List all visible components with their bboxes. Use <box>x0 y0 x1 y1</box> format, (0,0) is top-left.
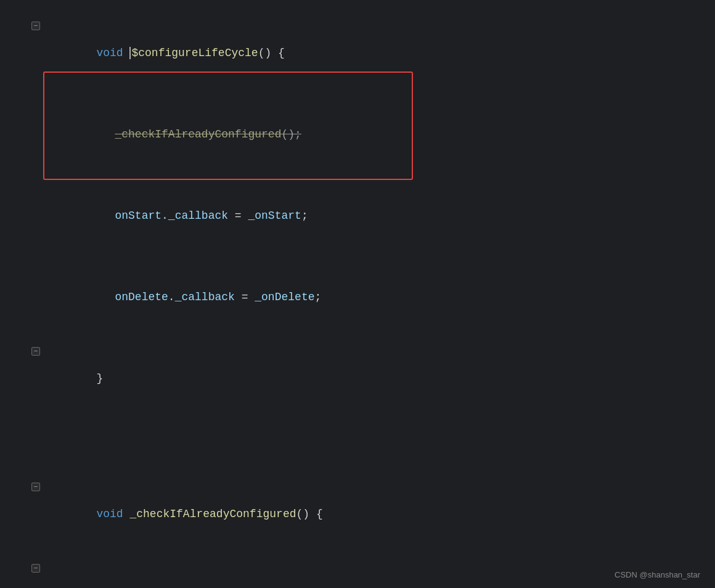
paren: () { <box>258 47 285 59</box>
param: _onDelete <box>255 291 314 303</box>
line-gutter <box>6 256 40 284</box>
code-content: void $configureLifeCycle() { _checkIfAlr… <box>0 12 715 588</box>
line-text: onStart._callback = _onStart; <box>43 175 715 256</box>
line-text: } <box>43 338 715 419</box>
function-name: $configureLifeCycle <box>131 47 258 59</box>
function-name: _checkIfAlreadyConfigured <box>129 508 296 520</box>
semi: ; <box>314 291 321 303</box>
fold-button[interactable] <box>31 22 40 30</box>
watermark: CSDN @shanshan_star <box>615 570 700 579</box>
fold-button[interactable] <box>31 564 40 573</box>
param: _onStart <box>248 210 301 222</box>
line-text: onDelete._callback = _onDelete; <box>43 256 715 338</box>
blank-line <box>43 446 715 473</box>
brace: } <box>96 372 103 385</box>
code-line: void $configureLifeCycle() { <box>43 12 715 94</box>
line-gutter <box>6 473 40 500</box>
code-line: _checkIfAlreadyConfigured(); <box>43 94 715 175</box>
fold-button[interactable] <box>31 483 40 491</box>
line-gutter <box>6 94 40 121</box>
operator: = <box>228 210 248 222</box>
property: onStart._callback <box>115 210 228 222</box>
line-gutter <box>6 338 40 365</box>
line-text: void _checkIfAlreadyConfigured() { <box>43 473 715 555</box>
operator: = <box>235 291 255 303</box>
code-line: onDelete._callback = _onDelete; <box>43 256 715 338</box>
code-line: void _checkIfAlreadyConfigured() { <box>43 473 715 555</box>
code-line: onStart._callback = _onStart; <box>43 175 715 256</box>
strikethrough-paren: (); <box>281 128 301 141</box>
line-gutter <box>6 12 40 39</box>
code-line: } <box>43 338 715 419</box>
strikethrough-text: _checkIfAlreadyConfigured <box>115 128 281 141</box>
line-gutter <box>6 175 40 202</box>
semi: ; <box>301 210 308 222</box>
property: onDelete._callback <box>115 291 234 303</box>
keyword-void: void <box>96 508 129 520</box>
code-editor: void $configureLifeCycle() { _checkIfAlr… <box>0 0 715 588</box>
paren: () { <box>296 508 322 520</box>
blank-line <box>43 419 715 446</box>
line-text: void $configureLifeCycle() { <box>43 12 715 94</box>
line-text: _checkIfAlreadyConfigured(); <box>43 94 715 175</box>
watermark-text: CSDN @shanshan_star <box>615 570 700 579</box>
line-gutter <box>6 555 40 582</box>
keyword-void: void <box>96 47 129 59</box>
fold-button[interactable] <box>31 347 40 356</box>
